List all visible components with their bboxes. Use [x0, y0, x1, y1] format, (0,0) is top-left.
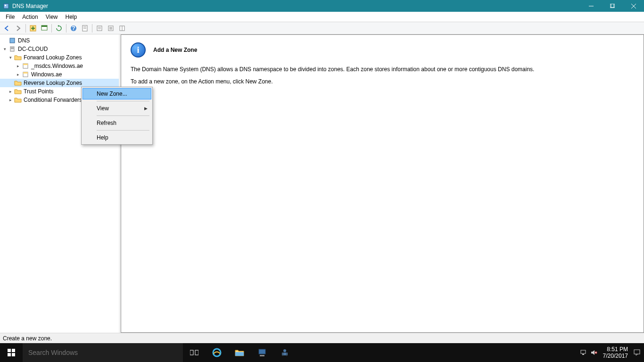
help-button[interactable]: ? — [68, 23, 79, 33]
zone-icon — [22, 63, 29, 69]
toolbar-list2-icon[interactable] — [106, 23, 116, 33]
svg-rect-34 — [12, 349, 15, 352]
search-input[interactable] — [23, 343, 183, 362]
toolbar-list1-icon[interactable] — [94, 23, 105, 33]
tree-flz-child-0[interactable]: ▸ _msdcs.Windows.ae — [0, 62, 119, 70]
toolbar-separator — [66, 24, 66, 33]
tree-label: Conditional Forwarders — [24, 97, 82, 103]
refresh-button[interactable] — [54, 23, 64, 33]
chevron-right-icon[interactable]: ▸ — [15, 63, 21, 69]
app-icon — [3, 3, 9, 9]
maximize-button[interactable] — [602, 0, 623, 12]
svg-rect-36 — [12, 353, 15, 356]
tree-label: Forward Lookup Zones — [24, 54, 82, 61]
folder-icon — [14, 54, 22, 61]
context-menu-label: View — [97, 105, 109, 112]
toolbar-add-icon[interactable] — [28, 23, 38, 33]
svg-rect-35 — [8, 353, 11, 356]
toolbar: ? — [0, 22, 644, 34]
chevron-down-icon[interactable]: ▾ — [8, 55, 13, 60]
expander-icon[interactable] — [2, 38, 8, 43]
taskbar-dns-manager-icon[interactable] — [273, 343, 296, 362]
clock-date: 7/20/2017 — [603, 353, 628, 359]
svg-rect-26 — [10, 38, 15, 43]
context-menu-separator — [97, 130, 149, 131]
tree-label: Trust Points — [24, 88, 54, 95]
forward-button[interactable] — [13, 23, 24, 33]
context-menu-new-zone[interactable]: New Zone... — [83, 88, 151, 99]
svg-rect-38 — [195, 350, 198, 355]
status-bar: Create a new zone. — [0, 333, 644, 343]
svg-rect-42 — [260, 355, 264, 356]
menu-file[interactable]: File — [2, 13, 18, 21]
folder-icon — [14, 88, 22, 95]
content-body: The Domain Name System (DNS) allows a DN… — [131, 65, 634, 86]
zone-icon — [22, 71, 29, 78]
svg-rect-41 — [259, 349, 265, 354]
close-button[interactable] — [623, 0, 644, 12]
menu-help[interactable]: Help — [62, 13, 81, 21]
svg-rect-37 — [190, 350, 193, 355]
tree-server[interactable]: ▾ DC-CLOUD — [0, 45, 119, 53]
clock-time: 8:51 PM — [607, 346, 628, 353]
tree-flz-child-1[interactable]: ▸ Windows.ae — [0, 70, 119, 79]
toolbar-window-icon[interactable] — [39, 23, 50, 33]
taskbar-ie-icon[interactable] — [206, 343, 228, 362]
tree-label: Windows.ae — [31, 71, 62, 78]
taskbar-server-manager-icon[interactable] — [251, 343, 273, 362]
window-title: DNS Manager — [12, 3, 580, 9]
tree-rlz[interactable]: Reverse Lookup Zones — [0, 79, 119, 87]
tree-label: Reverse Lookup Zones — [24, 80, 82, 86]
toolbar-list3-icon[interactable] — [117, 23, 127, 33]
tray-network-icon[interactable] — [578, 343, 589, 362]
menu-view[interactable]: View — [42, 13, 62, 21]
main-area: DNS ▾ DC-CLOUD ▾ Forward Lookup Zones ▸ … — [0, 34, 644, 333]
svg-rect-3 — [610, 4, 614, 8]
chevron-right-icon[interactable]: ▸ — [8, 97, 13, 103]
system-tray: 8:51 PM 7/20/2017 — [578, 343, 644, 362]
svg-text:?: ? — [72, 25, 75, 32]
task-view-button[interactable] — [183, 343, 206, 362]
svg-rect-47 — [581, 350, 586, 354]
content-pane: i Add a New Zone The Domain Name System … — [121, 34, 644, 333]
content-p2: To add a new zone, on the Action menu, c… — [131, 77, 634, 86]
chevron-right-icon[interactable]: ▸ — [15, 72, 21, 77]
start-button[interactable] — [0, 343, 23, 362]
menu-action[interactable]: Action — [18, 13, 41, 21]
folder-icon — [14, 80, 22, 86]
taskbar-clock[interactable]: 8:51 PM 7/20/2017 — [599, 346, 632, 360]
svg-rect-27 — [10, 47, 14, 51]
info-icon: i — [131, 42, 146, 58]
dns-icon — [8, 37, 16, 44]
taskbar: 8:51 PM 7/20/2017 — [0, 343, 644, 362]
tray-volume-icon[interactable] — [589, 343, 599, 362]
tree-root-dns[interactable]: DNS — [0, 36, 119, 45]
content-title: Add a New Zone — [153, 47, 197, 53]
svg-rect-30 — [23, 64, 28, 65]
toolbar-separator — [25, 24, 26, 33]
taskbar-explorer-icon[interactable] — [228, 343, 251, 362]
svg-rect-11 — [41, 25, 47, 27]
context-menu-help[interactable]: Help — [83, 132, 151, 143]
content-header: i Add a New Zone — [131, 42, 634, 58]
content-inner: i Add a New Zone The Domain Name System … — [121, 35, 644, 97]
minimize-button[interactable] — [580, 0, 602, 12]
context-menu-label: Refresh — [97, 120, 116, 126]
tree-pane[interactable]: DNS ▾ DC-CLOUD ▾ Forward Lookup Zones ▸ … — [0, 34, 121, 333]
svg-rect-28 — [11, 48, 14, 49]
tray-notifications-icon[interactable] — [632, 343, 642, 362]
toolbar-separator — [51, 24, 52, 33]
server-icon — [8, 46, 16, 52]
toolbar-properties-icon[interactable] — [80, 23, 90, 33]
svg-rect-1 — [5, 5, 6, 6]
svg-rect-32 — [23, 72, 28, 74]
context-menu-separator — [97, 115, 149, 116]
chevron-right-icon[interactable]: ▸ — [8, 89, 13, 94]
tree-flz[interactable]: ▾ Forward Lookup Zones — [0, 53, 119, 62]
back-button[interactable] — [2, 23, 12, 33]
context-menu-refresh[interactable]: Refresh — [83, 117, 151, 129]
context-menu-view[interactable]: View ▶ — [83, 103, 151, 114]
svg-rect-4 — [611, 4, 615, 8]
chevron-down-icon[interactable]: ▾ — [2, 46, 8, 52]
menu-bar: File Action View Help — [0, 12, 644, 22]
